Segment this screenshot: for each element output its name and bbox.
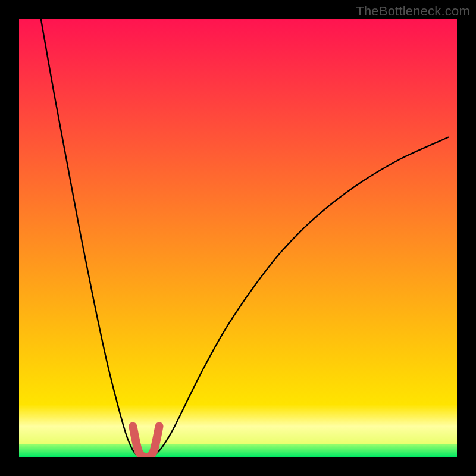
bottleneck-chart xyxy=(19,19,457,457)
chart-frame: TheBottleneck.com xyxy=(0,0,476,476)
gradient-background xyxy=(19,19,457,457)
watermark-text: TheBottleneck.com xyxy=(356,4,470,19)
plot-area xyxy=(19,19,457,457)
